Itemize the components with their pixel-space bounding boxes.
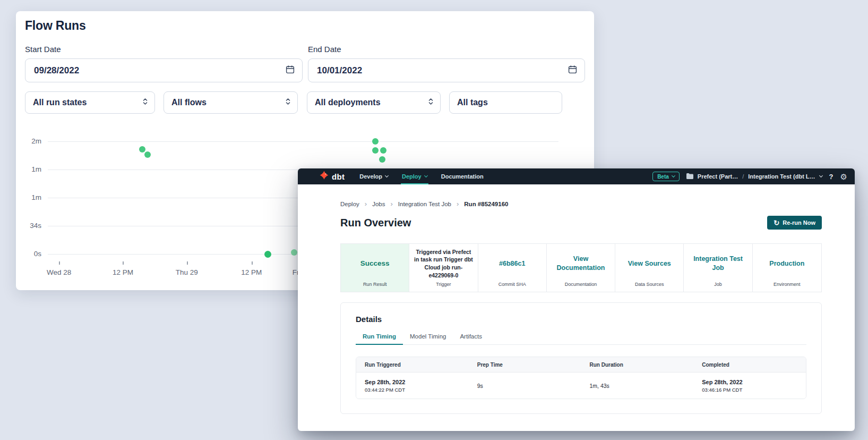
run-timing-table: Run Triggered Prep Time Run Duration Com… [356, 357, 806, 399]
y-axis-tick-label: 1m [16, 165, 41, 173]
project-selector[interactable]: Prefect (Part… / Integration Test (dbt L… [686, 173, 822, 180]
run-result-value: Success [360, 259, 390, 268]
job-caption: Job [684, 282, 752, 287]
run-summary-strip: Success Run Result Triggered via Prefect… [340, 243, 822, 292]
flow-run-point[interactable] [144, 151, 151, 158]
environment-name: Integration Test (dbt L… [748, 173, 815, 180]
cell-completed: Sep 28th, 2022 03:46:16 PM CDT [693, 379, 806, 393]
environment-link[interactable]: Production [769, 259, 804, 268]
deployments-select-value: All deployments [315, 98, 381, 107]
y-axis-tick-label: 2m [16, 137, 41, 145]
beta-badge[interactable]: Beta [652, 172, 680, 181]
col-prep-time: Prep Time [469, 362, 581, 368]
commit-sha-caption: Commit SHA [478, 282, 546, 287]
table-header-row: Run Triggered Prep Time Run Duration Com… [356, 357, 806, 373]
commit-sha-link[interactable]: #6b86c1 [499, 259, 525, 268]
flow-run-point[interactable] [139, 146, 145, 153]
nav-item-label: Deploy [402, 173, 422, 180]
flow-run-point[interactable] [372, 138, 379, 145]
cell-prep-time: 9s [469, 383, 581, 389]
breadcrumb-separator: › [365, 200, 367, 207]
tags-select-value: All tags [457, 98, 488, 107]
updown-chevron-icon [428, 97, 434, 108]
chevron-down-icon [672, 174, 675, 177]
start-date-label: Start Date [25, 45, 61, 54]
x-axis-tick-label: 12 PM [230, 268, 273, 276]
settings-gear-icon[interactable]: ⚙ [840, 173, 847, 181]
dbt-cloud-window: dbt Develop Deploy Documentation Beta [298, 168, 855, 431]
nav-item-label: Develop [359, 173, 382, 180]
tags-select[interactable]: All tags [449, 91, 562, 114]
run-states-select-value: All run states [33, 98, 87, 107]
end-date-input[interactable] [317, 65, 568, 76]
details-title: Details [356, 315, 806, 324]
page-header: Run Overview ↻ Re-run Now [340, 216, 822, 230]
updown-chevron-icon [142, 97, 148, 108]
tab-run-timing[interactable]: Run Timing [356, 333, 403, 344]
flows-select-value: All flows [171, 98, 207, 107]
start-date-field[interactable] [25, 58, 303, 82]
rerun-now-button[interactable]: ↻ Re-run Now [767, 216, 822, 230]
run-states-select[interactable]: All run states [25, 91, 155, 114]
breadcrumb: Deploy › Jobs › Integration Test Job › R… [340, 184, 822, 207]
x-axis-tick-mark [59, 261, 60, 265]
dbt-page-body: Deploy › Jobs › Integration Test Job › R… [298, 184, 855, 414]
table-row: Sep 28th, 2022 03:44:22 PM CDT 9s 1m, 43… [356, 373, 806, 399]
col-completed: Completed [693, 362, 806, 368]
flows-select[interactable]: All flows [164, 91, 298, 114]
documentation-card: View Documentation Documentation [547, 244, 615, 292]
breadcrumb-jobs[interactable]: Jobs [372, 201, 385, 207]
trigger-value: Triggered via Prefect in task run Trigge… [413, 248, 474, 280]
flow-run-point[interactable] [380, 147, 386, 154]
dbt-logo-icon [319, 171, 329, 183]
nav-item-documentation[interactable]: Documentation [441, 168, 484, 184]
breadcrumb-deploy[interactable]: Deploy [340, 201, 359, 207]
tab-model-timing[interactable]: Model Timing [403, 333, 453, 344]
flow-run-point[interactable] [264, 251, 271, 258]
trigger-caption: Trigger [409, 282, 477, 287]
end-date-field[interactable] [308, 58, 585, 82]
col-run-duration: Run Duration [581, 362, 694, 368]
folder-icon [686, 173, 693, 180]
page-title: Run Overview [340, 217, 411, 229]
documentation-caption: Documentation [547, 282, 615, 287]
dbt-top-nav: dbt Develop Deploy Documentation Beta [298, 168, 855, 184]
start-date-input[interactable] [34, 65, 286, 76]
chevron-down-icon [385, 174, 389, 177]
cell-run-triggered: Sep 28th, 2022 03:44:22 PM CDT [356, 379, 469, 393]
trigger-card: Triggered via Prefect in task run Trigge… [409, 244, 478, 292]
view-documentation-link[interactable]: View Documentation [551, 255, 611, 273]
deployments-select[interactable]: All deployments [307, 91, 441, 114]
col-run-triggered: Run Triggered [356, 362, 469, 368]
project-name: Prefect (Part… [698, 173, 738, 180]
job-link[interactable]: Integration Test Job [687, 255, 748, 273]
run-triggered-time: 03:44:22 PM CDT [365, 387, 469, 393]
breadcrumb-separator: › [457, 200, 459, 207]
details-card: Details Run Timing Model Timing Artifact… [340, 302, 822, 414]
chevron-down-icon [819, 174, 823, 177]
commit-sha-card: #6b86c1 Commit SHA [478, 244, 547, 292]
flow-run-point[interactable] [291, 249, 297, 256]
flow-runs-title: Flow Runs [25, 19, 85, 33]
data-sources-caption: Data Sources [615, 282, 683, 287]
help-button[interactable]: ? [829, 173, 833, 181]
nav-item-develop[interactable]: Develop [359, 168, 388, 184]
refresh-icon: ↻ [774, 219, 779, 226]
breadcrumb-current-run: Run #85249160 [464, 201, 508, 207]
y-axis-tick-label: 1m [16, 193, 41, 201]
x-axis-tick-mark [252, 261, 253, 265]
run-triggered-date: Sep 28th, 2022 [365, 379, 469, 385]
dbt-logo-text: dbt [332, 172, 345, 181]
flow-run-point[interactable] [372, 147, 379, 154]
tab-artifacts[interactable]: Artifacts [453, 333, 489, 344]
calendar-icon[interactable] [286, 65, 295, 76]
view-sources-link[interactable]: View Sources [628, 259, 671, 268]
calendar-icon[interactable] [568, 65, 577, 76]
flow-run-point[interactable] [379, 156, 385, 163]
nav-item-deploy[interactable]: Deploy [402, 168, 427, 184]
y-axis-tick-label: 34s [16, 222, 41, 230]
dbt-logo[interactable]: dbt [319, 171, 345, 183]
breadcrumb-job-name[interactable]: Integration Test Job [398, 201, 451, 207]
x-axis-tick-mark [187, 261, 188, 265]
run-result-caption: Run Result [341, 282, 409, 287]
